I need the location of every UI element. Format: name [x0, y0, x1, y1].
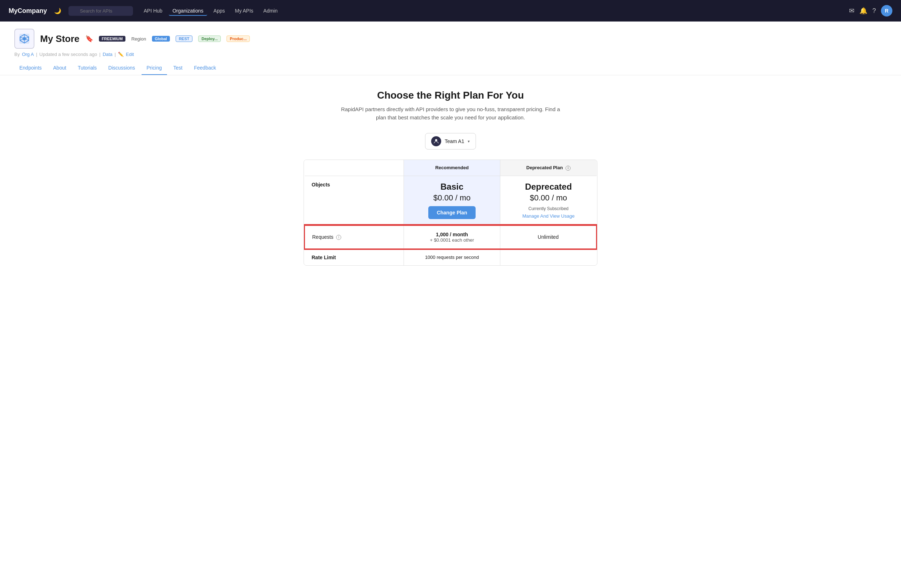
tab-endpoints[interactable]: Endpoints: [14, 61, 47, 75]
team-selector[interactable]: Team A1 ▾: [425, 133, 476, 150]
nav-organizations[interactable]: Organizations: [169, 6, 207, 16]
api-title-row: My Store 🔖 FREEMIUM Region Global REST D…: [14, 29, 887, 49]
edit-icon: ✏️: [118, 51, 124, 57]
org-link[interactable]: Org A: [22, 51, 34, 57]
api-logo: [14, 29, 34, 49]
bookmark-icon[interactable]: 🔖: [85, 35, 93, 43]
bell-icon[interactable]: 🔔: [859, 7, 867, 15]
rate-limit-label: Rate Limit: [305, 249, 404, 265]
rate-limit-row: Rate Limit 1000 requests per second: [305, 249, 597, 265]
deprecated-plan-cell: Deprecated $0.00 / mo Currently Subscrib…: [500, 176, 597, 225]
objects-row: Objects Basic $0.00 / mo Change Plan Dep…: [305, 176, 597, 225]
basic-plan-name: Basic: [411, 182, 493, 192]
requests-basic-cell: 1,000 / month + $0.0001 each other: [404, 225, 500, 249]
pricing-title: Choose the Right Plan For You: [304, 90, 597, 101]
tab-feedback[interactable]: Feedback: [189, 61, 221, 75]
pricing-table: Recommended Deprecated Plan i Objects Ba…: [304, 159, 597, 266]
brand-logo[interactable]: MyCompany: [9, 7, 47, 15]
tab-test[interactable]: Test: [168, 61, 188, 75]
col-objects-header: [305, 160, 404, 176]
tab-discussions[interactable]: Discussions: [103, 61, 140, 75]
change-plan-button[interactable]: Change Plan: [428, 206, 476, 219]
updated-text: Updated a few seconds ago: [39, 51, 97, 57]
navbar: MyCompany 🌙 🔍 API Hub Organizations Apps…: [0, 0, 901, 22]
nav-apps[interactable]: Apps: [210, 6, 229, 16]
team-avatar: [431, 136, 441, 146]
pricing-table-inner: Recommended Deprecated Plan i Objects Ba…: [304, 160, 597, 265]
svg-point-2: [435, 139, 437, 141]
requests-row: Requests i 1,000 / month + $0.0001 each …: [305, 225, 597, 249]
currently-subscribed-label: Currently Subscribed: [508, 206, 589, 211]
svg-rect-1: [23, 37, 26, 40]
basic-plan-cell: Basic $0.00 / mo Change Plan: [404, 176, 500, 225]
requests-info-icon[interactable]: i: [336, 235, 341, 240]
mail-icon[interactable]: ✉: [849, 7, 854, 15]
nav-admin[interactable]: Admin: [260, 6, 281, 16]
tabs: Endpoints About Tutorials Discussions Pr…: [14, 61, 887, 75]
tab-pricing[interactable]: Pricing: [142, 61, 167, 75]
col-deprecated-header: Deprecated Plan i: [500, 160, 597, 176]
requests-deprecated-value: Unlimited: [538, 234, 558, 240]
search-input[interactable]: [69, 6, 133, 16]
badge-global: Global: [152, 36, 170, 42]
requests-basic-value: 1,000 / month: [411, 232, 493, 237]
badge-rest: REST: [176, 36, 192, 42]
by-label: By: [14, 51, 20, 57]
api-meta: By Org A | Updated a few seconds ago | D…: [14, 51, 887, 57]
chevron-down-icon: ▾: [468, 139, 470, 144]
nav-api-hub[interactable]: API Hub: [140, 6, 166, 16]
requests-label-cell: Requests i: [305, 225, 404, 249]
edit-link[interactable]: Edit: [126, 51, 134, 57]
nav-my-apis[interactable]: My APIs: [231, 6, 257, 16]
api-title: My Store: [40, 33, 80, 44]
table-header-row: Recommended Deprecated Plan i: [305, 160, 597, 176]
pricing-description: RapidAPI partners directly with API prov…: [340, 105, 561, 122]
deprecated-info-icon[interactable]: i: [566, 165, 571, 171]
navbar-links: API Hub Organizations Apps My APIs Admin: [140, 6, 842, 16]
badge-deploy: Deploy...: [198, 36, 221, 42]
data-link[interactable]: Data: [103, 51, 112, 57]
region-label: Region: [131, 36, 146, 42]
dark-mode-icon[interactable]: 🌙: [54, 8, 61, 14]
avatar[interactable]: R: [881, 5, 892, 17]
team-selector-label: Team A1: [445, 139, 464, 144]
rate-limit-basic-value: 1000 requests per second: [404, 249, 500, 265]
navbar-right: ✉ 🔔 ? R: [849, 5, 892, 17]
help-icon[interactable]: ?: [872, 7, 876, 15]
requests-basic-extra: + $0.0001 each other: [411, 237, 493, 243]
manage-view-usage-link[interactable]: Manage And View Usage: [522, 213, 575, 219]
objects-label: Objects: [305, 176, 404, 225]
tab-tutorials[interactable]: Tutorials: [73, 61, 102, 75]
team-selector-wrap: Team A1 ▾: [304, 133, 597, 150]
deprecated-plan-name: Deprecated: [508, 182, 589, 192]
deprecated-plan-price: $0.00 / mo: [508, 193, 589, 203]
page-header: My Store 🔖 FREEMIUM Region Global REST D…: [0, 22, 901, 75]
badge-freemium: FREEMIUM: [99, 36, 126, 42]
main-content: Choose the Right Plan For You RapidAPI p…: [289, 75, 612, 280]
requests-deprecated-cell: Unlimited: [500, 225, 597, 249]
rate-limit-deprecated-value: [500, 249, 597, 265]
pricing-hero: Choose the Right Plan For You RapidAPI p…: [304, 90, 597, 122]
badge-produc: Produc...: [226, 36, 250, 42]
tab-about[interactable]: About: [48, 61, 71, 75]
col-recommended-header: Recommended: [404, 160, 500, 176]
search-wrapper: 🔍: [69, 6, 133, 16]
basic-plan-price: $0.00 / mo: [411, 193, 493, 203]
